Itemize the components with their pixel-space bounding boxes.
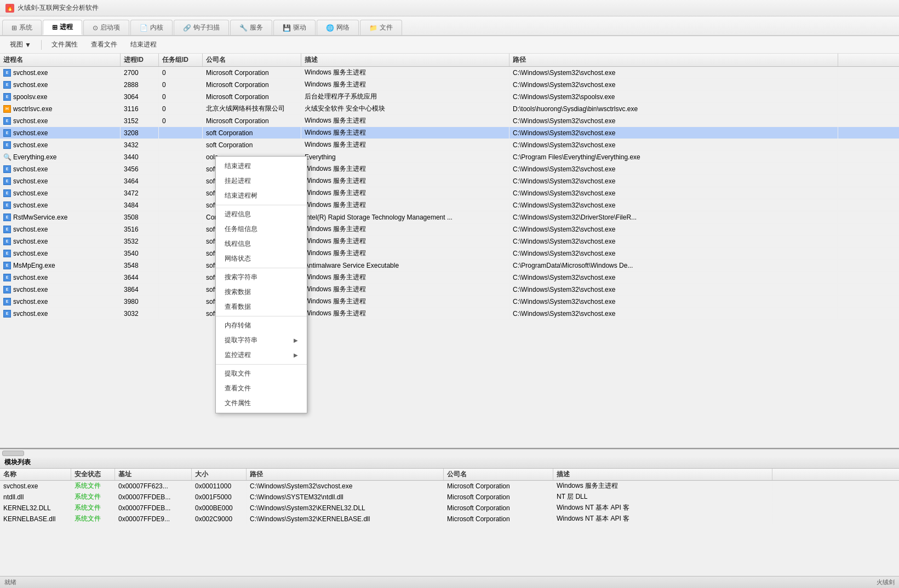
context-menu-item[interactable]: 结束进程树 (216, 188, 307, 203)
module-table: 名称 安全状态 基址 大小 路径 公司名 描述 svchost.exe 系统文件… (0, 469, 899, 588)
tab-drivers[interactable]: 💾 驱动 (273, 20, 316, 35)
tab-kernel[interactable]: 📄 内核 (130, 20, 173, 35)
module-header-size: 大小 (192, 469, 247, 480)
process-row[interactable]: Hwsctrlsvc.exe 3116 0 北京火绒网络科技有限公司 火绒安全软… (0, 103, 899, 115)
context-menu-item[interactable]: 查看数据 (216, 299, 307, 314)
version-text: 火绒剑 (877, 578, 895, 586)
td-desc: Everything (301, 151, 509, 163)
menu-item-label: 查看文件 (225, 384, 251, 393)
context-menu-item[interactable]: 搜索字符串 (216, 270, 307, 285)
view-label: 视图 (10, 40, 23, 49)
tab-startup[interactable]: ⊙ 启动项 (83, 20, 129, 35)
context-menu-item[interactable]: 线程信息 (216, 237, 307, 251)
process-row[interactable]: EMsMpEng.exe 3548 soft Corporation Antim… (0, 260, 899, 272)
process-row[interactable]: Esvchost.exe 3472 soft Corporation Windo… (0, 187, 899, 199)
td-pid: 3472 (121, 187, 159, 199)
context-menu-item[interactable]: 任务组信息 (216, 222, 307, 237)
scrollbar-thumb[interactable] (2, 451, 24, 456)
context-menu-item[interactable]: 查看文件 (216, 381, 307, 396)
tab-kernel-label: 内核 (150, 23, 163, 32)
submenu-arrow-icon: ▶ (294, 352, 298, 358)
process-row[interactable]: Esvchost.exe 3644 soft Corporation Windo… (0, 272, 899, 284)
td-path: C:\Windows\System32\svchost.exe (509, 284, 838, 295)
module-td-addr: 0x00007FFDE9... (115, 514, 192, 524)
context-menu-item[interactable]: 文件属性 (216, 396, 307, 411)
process-row[interactable]: Espoolsv.exe 3064 0 Microsoft Corporatio… (0, 91, 899, 103)
module-header-desc: 描述 (553, 469, 772, 480)
td-desc: Windows 服务主进程 (301, 67, 509, 78)
td-path: C:\Windows\System32\svchost.exe (509, 296, 838, 307)
td-tid: 0 (159, 91, 203, 102)
tab-hooks[interactable]: 🔗 钩子扫描 (174, 20, 229, 35)
process-icon-blue: E (3, 250, 11, 257)
context-menu-item[interactable]: 提取文件 (216, 366, 307, 381)
process-row[interactable]: Esvchost.exe 3456 soft Corporation Windo… (0, 163, 899, 175)
module-row[interactable]: svchost.exe 系统文件 0x00007FF623... 0x00011… (0, 481, 899, 492)
system-icon: ⊞ (12, 24, 17, 32)
kernel-icon: 📄 (140, 24, 148, 32)
module-row[interactable]: ntdll.dll 系统文件 0x00007FFDEB... 0x001F500… (0, 492, 899, 503)
process-row[interactable]: Esvchost.exe 3532 soft Corporation Windo… (0, 235, 899, 247)
process-row[interactable]: Esvchost.exe 3516 soft Corporation Windo… (0, 223, 899, 235)
td-pid: 2888 (121, 79, 159, 90)
tab-process[interactable]: ⊞ 进程 (43, 20, 82, 35)
process-row[interactable]: Esvchost.exe 3980 soft Corporation Windo… (0, 296, 899, 308)
context-menu-item[interactable]: 挂起进程 (216, 174, 307, 188)
process-row[interactable]: Esvchost.exe 3864 soft Corporation Windo… (0, 284, 899, 296)
file-props-button[interactable]: 文件属性 (46, 38, 83, 51)
process-row[interactable]: 🔍Everything.exe 3440 ools Everything C:\… (0, 151, 899, 163)
process-row[interactable]: Esvchost.exe 2888 0 Microsoft Corporatio… (0, 79, 899, 91)
context-menu-item[interactable]: 网络状态 (216, 251, 307, 266)
toolbar-separator-1 (41, 40, 42, 50)
context-menu-item[interactable]: 内存转储 (216, 318, 307, 333)
td-tid: 0 (159, 103, 203, 114)
context-menu-item[interactable]: 监控进程▶ (216, 348, 307, 362)
process-row[interactable]: Esvchost.exe 3464 soft Corporation Windo… (0, 175, 899, 187)
td-pid: 3644 (121, 272, 159, 283)
context-menu-item[interactable]: 搜索数据 (216, 285, 307, 299)
tab-files[interactable]: 📁 文件 (360, 20, 402, 35)
td-path: C:\Windows\System32\svchost.exe (509, 79, 838, 90)
menu-item-label: 文件属性 (225, 399, 251, 408)
td-pid: 3532 (121, 235, 159, 247)
td-pid: 3432 (121, 139, 159, 151)
td-pid: 3152 (121, 115, 159, 126)
view-button[interactable]: 视图 ▼ (4, 38, 37, 51)
module-row[interactable]: KERNEL32.DLL 系统文件 0x00007FFDEB... 0x000B… (0, 503, 899, 514)
context-menu-item[interactable]: 结束进程 (216, 159, 307, 174)
process-row[interactable]: Esvchost.exe 2700 0 Microsoft Corporatio… (0, 67, 899, 79)
td-pid: 3464 (121, 175, 159, 187)
process-icon-tab: ⊞ (52, 24, 58, 31)
menu-item-label: 进程信息 (225, 210, 251, 219)
process-row[interactable]: Esvchost.exe 3208 soft Corporation Windo… (0, 127, 899, 139)
header-path: 路径 (509, 54, 838, 66)
module-td-path: C:\Windows\System32\KERNELBASE.dll (247, 514, 444, 524)
context-menu-item[interactable]: 提取字符串▶ (216, 333, 307, 348)
context-menu-item[interactable]: 进程信息 (216, 207, 307, 222)
menu-item-label: 结束进程 (225, 162, 251, 171)
process-row[interactable]: Esvchost.exe 3484 soft Corporation Windo… (0, 199, 899, 211)
td-process-name: Espoolsv.exe (0, 91, 121, 102)
menu-item-label: 监控进程 (225, 350, 251, 360)
process-row[interactable]: Esvchost.exe 3432 soft Corporation Windo… (0, 139, 899, 151)
process-row[interactable]: Esvchost.exe 3032 soft Corporation Windo… (0, 308, 899, 320)
tab-services[interactable]: 🔧 服务 (230, 20, 272, 35)
td-process-name: Esvchost.exe (0, 272, 121, 283)
tab-system[interactable]: ⊞ 系统 (2, 20, 42, 35)
view-file-button[interactable]: 查看文件 (85, 38, 123, 51)
td-process-name: 🔍Everything.exe (0, 151, 121, 163)
horizontal-scrollbar[interactable] (0, 449, 899, 457)
td-desc: Windows 服务主进程 (301, 175, 509, 187)
td-pid: 3440 (121, 151, 159, 163)
td-path: C:\Windows\System32\DriverStore\FileR... (509, 211, 838, 223)
td-pid: 3484 (121, 199, 159, 211)
process-row[interactable]: Esvchost.exe 3152 0 Microsoft Corporatio… (0, 115, 899, 127)
process-row[interactable]: ERstMwService.exe 3508 Corporation Intel… (0, 211, 899, 223)
module-td-path: C:\Windows\System32\svchost.exe (247, 481, 444, 491)
process-row[interactable]: Esvchost.exe 3540 soft Corporation Windo… (0, 247, 899, 260)
tab-network[interactable]: 🌐 网络 (317, 20, 359, 35)
td-pid: 3516 (121, 223, 159, 235)
td-process-name: Esvchost.exe (0, 79, 121, 90)
end-process-button[interactable]: 结束进程 (125, 38, 162, 51)
module-row[interactable]: KERNELBASE.dll 系统文件 0x00007FFDE9... 0x00… (0, 514, 899, 524)
